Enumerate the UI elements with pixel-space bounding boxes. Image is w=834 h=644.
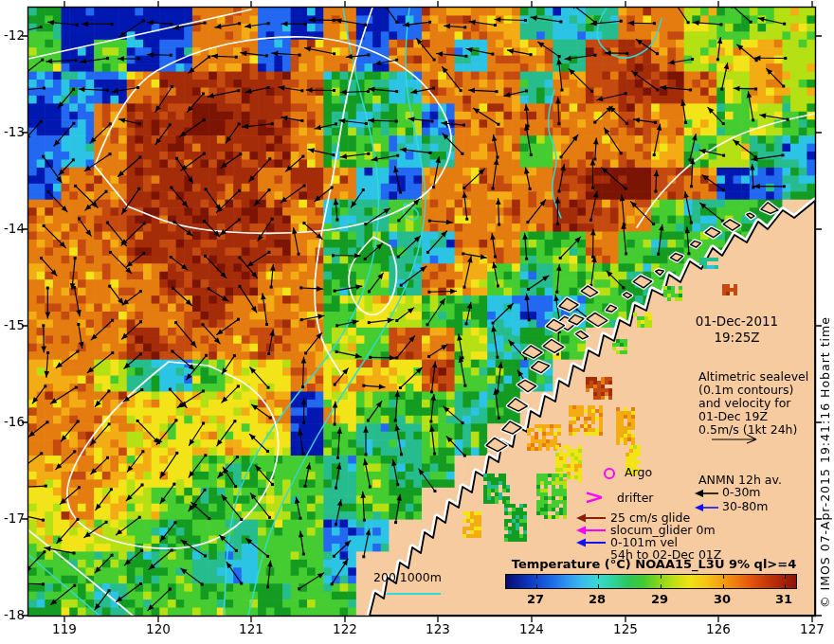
x-tick-label: 121 (230, 621, 272, 636)
y-tick-label: -16 (0, 414, 25, 429)
bathymetry-legend-label: 200 1000m (373, 570, 442, 584)
colorbar-tick (661, 575, 662, 579)
colorbar-tick-label: 28 (578, 592, 616, 606)
y-tick-label: -14 (0, 221, 25, 236)
colorbar-tick (723, 584, 724, 588)
colorbar-tick (536, 584, 537, 588)
anmn-30-80m-arrow-icon (693, 503, 719, 512)
imos-credit-text: © IMOS 07-Apr-2015 19:41:16 Hobart time (818, 316, 832, 608)
altimetric-note-line4: 01-Dec 19Z (698, 409, 768, 423)
colorbar-tick-label: 31 (765, 592, 803, 606)
y-tick-label: -12 (0, 27, 25, 43)
y-tick-label: -18 (0, 607, 25, 622)
colorbar-tick (661, 584, 662, 588)
colorbar-tick-label: 30 (703, 592, 741, 606)
altimetric-note-line1: Altimetric sealevel (698, 369, 808, 384)
colorbar-tick (598, 584, 599, 588)
drifter-label: drifter (617, 491, 653, 505)
anmn-0-30m-arrow-icon (693, 489, 719, 498)
y-tick-label: -13 (0, 124, 25, 139)
x-tick-label: 126 (698, 621, 739, 636)
x-tick-label: 123 (417, 621, 459, 636)
x-tick-label: 119 (44, 621, 85, 636)
argo-label: Argo (625, 465, 652, 479)
bathymetry-contour-sample (387, 593, 441, 595)
y-tick-label: -17 (0, 510, 25, 526)
altimetric-note-line2: (0.1m contours) (698, 383, 793, 397)
x-tick-label: 124 (511, 621, 553, 636)
glider-speed-arrow-icon (574, 513, 607, 523)
colorbar-tick (598, 575, 599, 579)
temperature-colorbar (505, 574, 797, 589)
colorbar-tick (536, 575, 537, 579)
anmn-30-80m-label: 30-80m (722, 499, 769, 513)
vel-0-101m-arrow-icon (574, 538, 607, 547)
drifter-marker-icon: > (584, 484, 604, 508)
x-tick-label: 125 (605, 621, 646, 636)
date-label: 01-Dec-2011 (663, 313, 810, 329)
slocum-glider-arrow-icon (574, 526, 607, 535)
argo-float-marker-icon (604, 468, 615, 479)
altimetric-note-line3: and velocity for (698, 396, 791, 410)
colorbar-tick (785, 575, 786, 579)
velocity-scale-arrow-icon (709, 431, 758, 444)
time-label: 19:25Z (663, 330, 810, 345)
y-tick-label: -15 (0, 317, 25, 332)
x-tick-label: 122 (324, 621, 366, 636)
x-tick-label: 127 (791, 621, 833, 636)
colorbar-tick (723, 575, 724, 579)
x-tick-label: 120 (137, 621, 179, 636)
colorbar-title: Temperature (°C) NOAA15_L3U 9% ql>=4 (426, 557, 834, 571)
colorbar-tick-label: 27 (517, 592, 554, 606)
colorbar-tick-label: 29 (641, 592, 679, 606)
anmn-0-30m-label: 0-30m (722, 485, 761, 499)
colorbar-tick (785, 584, 786, 588)
sst-map-figure: 01-Dec-2011 19:25Z Altimetric sealevel (… (0, 0, 834, 644)
